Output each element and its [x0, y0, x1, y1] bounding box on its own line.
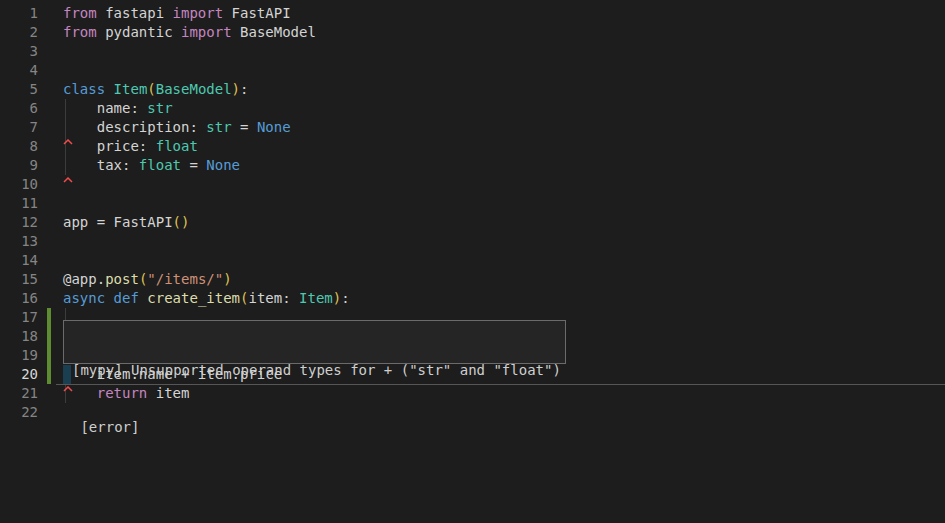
code-line[interactable]: 9 tax: float = None: [0, 156, 945, 175]
code-text: class Item(BaseModel):: [63, 80, 248, 99]
line-number: 9: [0, 156, 60, 175]
code-editor: 1 from fastapi import FastAPI 2 from pyd…: [0, 0, 945, 523]
line-number: 7: [0, 118, 60, 137]
error-caret-icon: [63, 169, 73, 175]
line-number: 20: [0, 365, 60, 384]
code-text: price: float: [63, 137, 198, 156]
code-line[interactable]: 5 class Item(BaseModel):: [0, 80, 945, 99]
line-number: 2: [0, 23, 60, 42]
code-line[interactable]: 6 name: str: [0, 99, 945, 118]
code-line[interactable]: 4: [0, 61, 945, 80]
line-number: 22: [0, 403, 60, 422]
line-number: 15: [0, 270, 60, 289]
line-number: 1: [0, 4, 60, 23]
code-line[interactable]: 15 @app.post("/items/"): [0, 270, 945, 289]
line-number: 14: [0, 251, 60, 270]
code-line[interactable]: 3: [0, 42, 945, 61]
code-text: name: str: [63, 99, 173, 118]
code-text: from fastapi import FastAPI: [63, 4, 291, 23]
diagnostic-severity: [error]: [72, 418, 565, 437]
diagnostic-message: [mypy] Unsupported operand types for + (…: [72, 361, 565, 380]
line-number: 11: [0, 194, 60, 213]
code-line[interactable]: 7 description: str = None: [0, 118, 945, 137]
code-text: async def create_item(item: Item):: [63, 289, 350, 308]
code-line[interactable]: 2 from pydantic import BaseModel: [0, 23, 945, 42]
code-text: from pydantic import BaseModel: [63, 23, 316, 42]
line-number: 8: [0, 137, 60, 156]
code-line[interactable]: 12 app = FastAPI(): [0, 213, 945, 232]
line-number: 10: [0, 175, 60, 194]
code-text: app = FastAPI(): [63, 213, 189, 232]
code-line[interactable]: 16 async def create_item(item: Item):: [0, 289, 945, 308]
git-added-indicator: [47, 308, 51, 384]
line-number: 6: [0, 99, 60, 118]
code-text: @app.post("/items/"): [63, 270, 232, 289]
error-caret-icon: [63, 131, 73, 137]
line-number: 17: [0, 308, 60, 327]
line-number: 16: [0, 289, 60, 308]
code-line[interactable]: 11: [0, 194, 945, 213]
code-line[interactable]: 8 price: float: [0, 137, 945, 156]
line-number: 3: [0, 42, 60, 61]
line-number: 21: [0, 384, 60, 403]
code-line[interactable]: 13: [0, 232, 945, 251]
code-line[interactable]: 14: [0, 251, 945, 270]
code-text: tax: float = None: [63, 156, 240, 175]
line-number: 5: [0, 80, 60, 99]
code-line[interactable]: 10: [0, 175, 945, 194]
code-text: description: str = None: [63, 118, 291, 137]
line-number: 12: [0, 213, 60, 232]
line-number: 13: [0, 232, 60, 251]
diagnostic-tooltip: [mypy] Unsupported operand types for + (…: [63, 320, 566, 364]
line-number: 4: [0, 61, 60, 80]
line-number: 19: [0, 346, 60, 365]
code-line[interactable]: 1 from fastapi import FastAPI: [0, 4, 945, 23]
line-number: 18: [0, 327, 60, 346]
